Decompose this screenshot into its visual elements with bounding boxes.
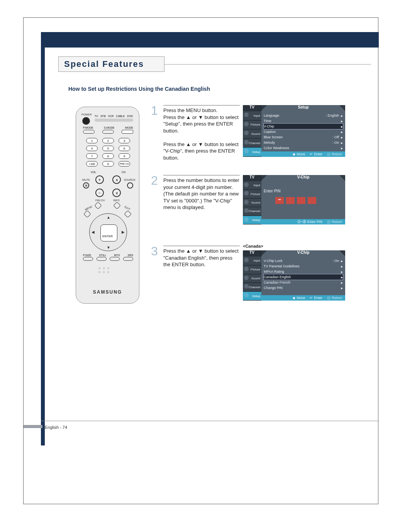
- osd-menu-row: Canadian English▸: [264, 274, 343, 280]
- osd-menu-row: Canadian French▸: [264, 280, 343, 285]
- step-2: 2 Press the number buttons to enter your…: [151, 175, 240, 211]
- osd-sidemenu: Input Picture Sound Channel Setup: [243, 111, 261, 157]
- move-icon: ◆: [293, 152, 295, 156]
- page-number: English - 74: [45, 425, 67, 430]
- osd-menu-row: V-Chip▸: [264, 124, 343, 129]
- down-arrow-icon: ▼: [107, 245, 110, 250]
- osd-menu-row: V-Chip Lock: On▸: [264, 258, 343, 263]
- menu-button: [83, 210, 91, 218]
- osd-footer: ◆Move ↵Enter ◫Return: [261, 295, 345, 301]
- return-icon: ◫: [327, 220, 331, 224]
- vol-down: −: [95, 189, 104, 197]
- footer-divider: [41, 421, 379, 421]
- canada-tag: <Canada>: [243, 244, 263, 248]
- mid-cluster: MUTE SOURCE ✕ + − ∧ ∨: [83, 175, 133, 206]
- ch-down: ∨: [112, 189, 121, 197]
- ch-up: ∧: [112, 175, 121, 184]
- source-labels: TV STB VCR CABLE DVD: [95, 115, 133, 117]
- osd-content: Enter PIN ⓪~⑨Enter PIN ◫Return: [261, 181, 345, 224]
- step-text: Press the MENU button. Press the ▲ or ▼ …: [163, 107, 240, 161]
- decorative-dots: ○○○○○○: [98, 266, 112, 274]
- enter-icon: ↵: [310, 152, 313, 156]
- title-divider: [164, 64, 371, 65]
- exit-button: [124, 210, 132, 218]
- return-icon: ◫: [327, 152, 331, 156]
- osd-menu-row: Change PIN▸: [264, 285, 343, 291]
- osd-menu-row: Time▸: [264, 118, 343, 124]
- power-button: [82, 117, 90, 125]
- vol-up: +: [95, 175, 104, 184]
- power-label: POWER: [81, 113, 92, 116]
- osd-title: V-Chip: [267, 175, 340, 181]
- remote-control-illustration: POWER TV STB VCR CABLE DVD P.MODE S.MODE…: [76, 107, 139, 304]
- move-icon: ◆: [293, 296, 295, 300]
- osd-menu-row: Color Weakness▸: [264, 145, 343, 151]
- osd-footer: ◆Move ↵Enter ◫Return: [261, 151, 345, 157]
- osd-content: V-Chip Lock: On▸TV Parental Guidelines▸M…: [261, 257, 345, 301]
- chapter-title: Special Features: [64, 59, 144, 69]
- vol-ch-labels: VOL CH: [83, 171, 133, 173]
- remote-brand: SAMSUNG: [76, 289, 139, 295]
- osd-menu-row: Melody: On▸: [264, 140, 343, 145]
- bottom-buttons: [83, 257, 133, 261]
- section-title: How to Set up Restrictions Using the Can…: [68, 86, 210, 92]
- osd-content: Language: English▸Time▸V-Chip▸Caption▸Bl…: [261, 111, 345, 157]
- numpad-icon: ⓪~⑨: [297, 219, 306, 224]
- step-number: 1: [151, 104, 158, 118]
- step-number: 3: [151, 244, 158, 258]
- right-arrow-icon: ▶: [122, 230, 125, 234]
- osd-menu-row: Caption▸: [264, 129, 343, 134]
- enter-icon: ↵: [310, 296, 313, 300]
- up-arrow-icon: ▲: [107, 215, 110, 219]
- footer-bar: [24, 425, 42, 428]
- osd-title: Setup: [267, 105, 340, 111]
- osd-menu-row: Language: English▸: [264, 113, 343, 118]
- step-1: 1 Press the MENU button. Press the ▲ or …: [151, 105, 240, 161]
- osd-vchip-pin: TV V-Chip Input Picture Sound Channel Se…: [243, 175, 345, 224]
- osd-sidemenu: Input Picture Sound Channel Setup: [243, 181, 261, 224]
- side-banner: [41, 48, 45, 445]
- enter-pin-label: Enter PIN: [264, 189, 343, 193]
- manual-page: Special Features How to Set up Restricti…: [23, 17, 378, 504]
- mute-button: ✕: [83, 182, 89, 189]
- pin-digit-3: [297, 197, 305, 204]
- pin-digit-2: [286, 197, 295, 204]
- step-text: Press the ▲ or ▼ button to select "Canad…: [163, 248, 240, 268]
- enter-label: ENTER: [102, 235, 113, 238]
- pin-digit-1: [275, 197, 284, 204]
- source-selector: [95, 119, 133, 122]
- osd-tv-label: TV: [243, 250, 261, 257]
- left-arrow-icon: ◀: [92, 230, 95, 234]
- number-pad: 123 456 789 +1000PRE-CH: [83, 138, 133, 167]
- osd-menu-row: Blue Screen: Off▸: [264, 134, 343, 140]
- step-text: Press the number buttons to enter your c…: [163, 177, 240, 211]
- pin-entry-row: [275, 197, 343, 204]
- top-banner: [43, 32, 379, 48]
- osd-menu-row: MPAA Rating▸: [264, 269, 343, 274]
- osd-tv-label: TV: [243, 175, 261, 181]
- step-3: 3 Press the ▲ or ▼ button to select "Can…: [151, 246, 240, 268]
- osd-tv-label: TV: [243, 105, 261, 111]
- osd-sidemenu: Input Picture Sound Channel Setup: [243, 257, 261, 301]
- chapter-title-box: Special Features: [58, 56, 164, 72]
- osd-title: V-Chip: [267, 250, 340, 257]
- osd-vchip-menu: TV V-Chip Input Picture Sound Channel Se…: [243, 250, 345, 301]
- bottom-labels: P.SIZE STILL MTS SRS: [83, 254, 133, 257]
- pin-digit-4: [308, 197, 316, 204]
- mode-labels: P.MODE S.MODE MODE: [83, 126, 133, 129]
- mode-buttons: [83, 130, 133, 134]
- step-number: 2: [151, 173, 158, 188]
- return-icon: ◫: [327, 296, 331, 300]
- source-button: [127, 182, 133, 189]
- osd-setup: TV Setup Input Picture Sound Channel Set…: [243, 105, 345, 157]
- osd-menu-row: TV Parental Guidelines▸: [264, 263, 343, 269]
- osd-footer: ⓪~⑨Enter PIN ◫Return: [261, 219, 345, 224]
